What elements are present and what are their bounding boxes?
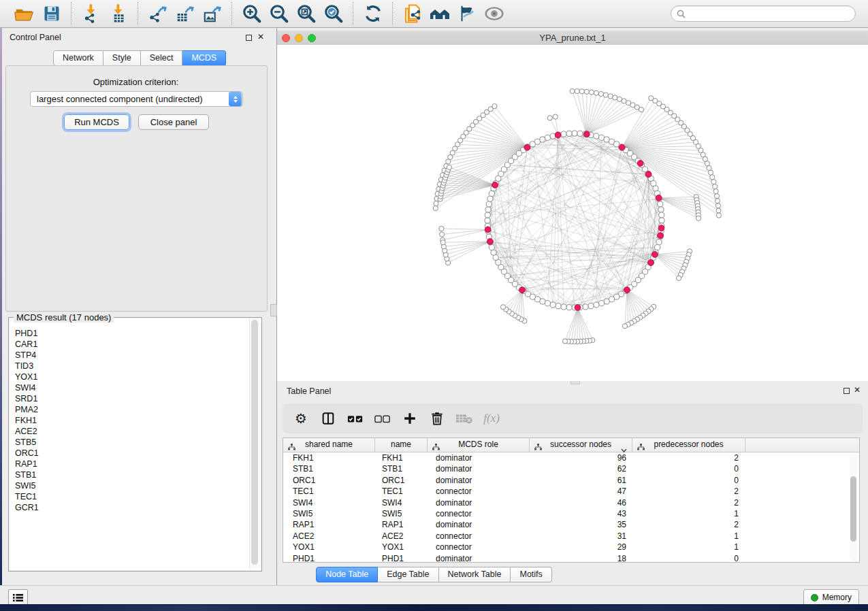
import-table-icon[interactable] <box>108 3 129 24</box>
export-image-icon[interactable] <box>202 3 223 24</box>
desktop-wallpaper-left-edge <box>0 28 2 606</box>
mcds-result-item[interactable]: ACE2 <box>15 426 252 437</box>
import-network-icon[interactable] <box>80 3 102 24</box>
mcds-result-item[interactable]: SWI4 <box>15 382 252 393</box>
clone-network-icon[interactable] <box>402 3 423 24</box>
select-all-icon[interactable] <box>347 410 364 427</box>
mcds-result-item[interactable]: SWI5 <box>15 480 252 491</box>
open-session-icon[interactable] <box>14 3 35 24</box>
network-graph[interactable] <box>277 45 868 381</box>
table-row[interactable]: ACE2ACE2connector311 <box>283 531 859 542</box>
tab-node-table[interactable]: Node Table <box>316 567 378 582</box>
mcds-result-item[interactable]: RAP1 <box>15 459 252 469</box>
mcds-result-item[interactable]: SRD1 <box>15 393 252 404</box>
column-header-predecessor-nodes[interactable]: predecessor nodes <box>632 438 745 452</box>
show-details-icon[interactable] <box>483 3 505 24</box>
table-panel-title: Table Panel <box>287 386 331 396</box>
mcds-result-item[interactable]: YOX1 <box>15 371 252 382</box>
zoom-selected-icon[interactable] <box>323 3 344 24</box>
table-row[interactable]: YOX1YOX1connector291 <box>283 542 859 552</box>
mcds-result-item[interactable]: STP4 <box>15 350 252 361</box>
zoom-out-icon[interactable] <box>268 3 290 24</box>
first-neighbors-icon[interactable] <box>429 3 451 24</box>
cell-predecessor-nodes: 2 <box>632 452 745 463</box>
cell-predecessor-nodes: 2 <box>632 519 745 530</box>
table-row[interactable]: STB1STB1dominator620 <box>283 463 859 474</box>
optimization-criterion-dropdown[interactable]: largest connected component (undirected) <box>30 91 243 107</box>
mcds-result-item[interactable]: PMA2 <box>15 404 252 415</box>
mcds-result-item[interactable]: STB5 <box>15 437 252 448</box>
export-table-icon[interactable] <box>174 3 196 24</box>
table-body: FKH1FKH1dominator962STB1STB1dominator620… <box>283 452 859 564</box>
vertical-splitter-handle[interactable] <box>270 304 277 316</box>
cell-successor-nodes: 35 <box>530 519 632 530</box>
mcds-result-item[interactable]: TID3 <box>15 361 252 371</box>
cell-predecessor-nodes: 1 <box>632 508 745 519</box>
table-header-row: shared namenameMCDS rolesuccessor nodesp… <box>283 438 859 452</box>
hide-details-icon[interactable] <box>456 3 478 24</box>
tab-network[interactable]: Network <box>53 50 103 66</box>
cell-shared-name: SWI5 <box>283 508 375 519</box>
mcds-result-item[interactable]: TEC1 <box>15 491 252 502</box>
tab-edge-table[interactable]: Edge Table <box>378 567 438 582</box>
table-panel-float-icon[interactable] <box>843 388 850 394</box>
run-mcds-button[interactable]: Run MCDS <box>64 114 129 130</box>
mcds-result-item[interactable]: ORC1 <box>15 448 252 459</box>
mcds-result-item[interactable]: STB1 <box>15 469 252 480</box>
show-columns-icon[interactable] <box>319 410 337 427</box>
toolbar-separator <box>71 2 72 25</box>
cell-name: SWI5 <box>375 508 428 519</box>
zoom-fit-icon[interactable] <box>295 3 317 24</box>
close-panel-button[interactable]: Close panel <box>138 114 209 130</box>
mcds-list-scrollbar[interactable] <box>249 318 260 569</box>
cell-MCDS-role: connector <box>428 531 530 542</box>
column-header-shared-name[interactable]: shared name <box>283 438 375 452</box>
table-row[interactable]: SWI5SWI5connector431 <box>283 508 859 519</box>
search-box[interactable] <box>671 5 856 22</box>
tab-mcds[interactable]: MCDS <box>182 50 226 66</box>
table-row[interactable]: TEC1TEC1connector472 <box>283 486 859 497</box>
deselect-all-icon[interactable] <box>374 410 391 427</box>
table-scrollbar[interactable] <box>850 453 857 561</box>
list-icon <box>13 593 23 602</box>
mcds-result-item[interactable]: FKH1 <box>15 415 252 426</box>
cell-shared-name: SWI4 <box>283 497 375 508</box>
control-panel-close-icon[interactable]: ✕ <box>257 34 264 40</box>
table-settings-icon[interactable]: ⚙ <box>292 410 310 427</box>
column-header-MCDS-role[interactable]: MCDS role <box>428 438 530 452</box>
zoom-in-icon[interactable] <box>241 3 263 24</box>
cell-name: ACE2 <box>375 531 428 542</box>
add-column-icon[interactable] <box>401 410 419 427</box>
refresh-view-icon[interactable] <box>362 3 384 24</box>
table-row[interactable]: ORC1ORC1dominator610 <box>283 475 859 486</box>
column-header-name[interactable]: name <box>375 438 428 452</box>
table-panel-tab-row: Node TableEdge TableNetwork TableMotifs <box>0 567 868 582</box>
tab-style[interactable]: Style <box>103 50 141 66</box>
optimization-criterion-label: Optimization criterion: <box>5 77 266 87</box>
delete-column-icon[interactable] <box>428 410 446 427</box>
cell-successor-nodes: 31 <box>530 531 632 542</box>
table-row[interactable]: SWI4SWI4dominator462 <box>283 497 859 508</box>
table-row[interactable]: RAP1RAP1dominator352 <box>283 519 859 530</box>
tab-network-table[interactable]: Network Table <box>439 567 511 582</box>
search-input[interactable] <box>689 8 850 19</box>
control-panel-float-icon[interactable] <box>246 35 252 41</box>
cell-shared-name: ACE2 <box>283 531 375 542</box>
search-icon <box>677 10 686 18</box>
tab-select[interactable]: Select <box>141 50 183 66</box>
mcds-result-list[interactable]: PHD1CAR1STP4TID3YOX1SWI4SRD1PMA2FKH1ACE2… <box>10 328 252 567</box>
memory-button[interactable]: Memory <box>803 589 859 606</box>
column-header-successor-nodes[interactable]: successor nodes <box>530 438 632 452</box>
mcds-result-item[interactable]: PHD1 <box>15 328 252 339</box>
mcds-result-item[interactable]: GCR1 <box>15 502 252 513</box>
tab-motifs[interactable]: Motifs <box>511 567 551 582</box>
export-network-icon[interactable] <box>147 3 169 24</box>
cell-name: TEC1 <box>375 486 428 497</box>
network-view-canvas[interactable] <box>277 45 868 381</box>
table-row[interactable]: PHD1PHD1dominator180 <box>283 553 859 564</box>
mcds-result-item[interactable]: CAR1 <box>15 339 252 350</box>
table-panel-close-icon[interactable]: ✕ <box>854 387 861 393</box>
cell-name: RAP1 <box>375 519 428 530</box>
save-session-icon[interactable] <box>41 3 63 24</box>
table-row[interactable]: FKH1FKH1dominator962 <box>283 452 859 463</box>
